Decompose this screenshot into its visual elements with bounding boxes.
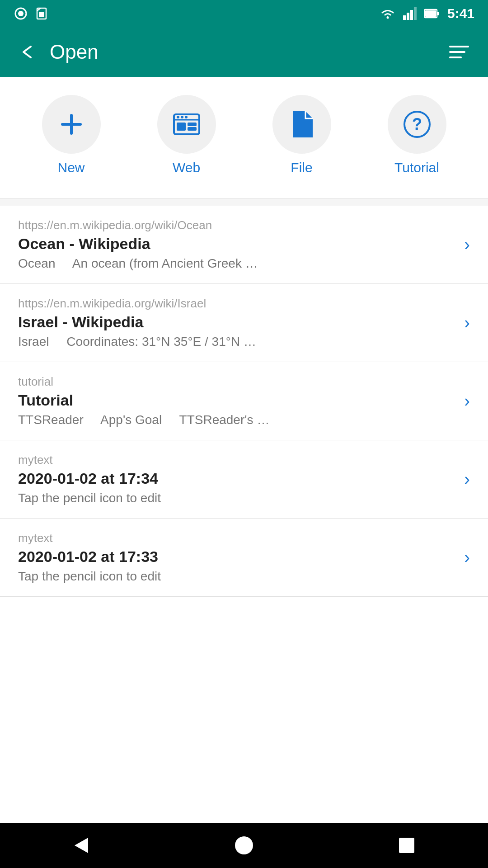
file-label: File bbox=[291, 160, 312, 175]
item-source: mytext bbox=[18, 531, 455, 545]
list-item[interactable]: https://en.m.wikipedia.org/wiki/Ocean Oc… bbox=[0, 206, 488, 284]
nav-recent-icon bbox=[395, 834, 418, 857]
svg-rect-29 bbox=[399, 838, 414, 853]
web-icon bbox=[172, 111, 201, 138]
svg-rect-21 bbox=[188, 127, 197, 131]
svg-rect-20 bbox=[188, 123, 197, 126]
svg-rect-19 bbox=[177, 123, 186, 131]
file-button[interactable]: File bbox=[272, 95, 331, 175]
file-circle bbox=[272, 95, 331, 154]
item-title: 2020-01-02 at 17:34 bbox=[18, 470, 455, 487]
item-source: mytext bbox=[18, 453, 455, 467]
new-button[interactable]: New bbox=[42, 95, 101, 175]
top-bar: Open bbox=[0, 27, 488, 77]
list-item-content: https://en.m.wikipedia.org/wiki/Israel I… bbox=[18, 297, 455, 349]
item-preview: Ocean An ocean (from Ancient Greek … bbox=[18, 256, 455, 271]
svg-marker-27 bbox=[75, 838, 88, 853]
web-label: Web bbox=[173, 160, 200, 175]
list-item-content: mytext 2020-01-02 at 17:34 Tap the penci… bbox=[18, 453, 455, 505]
nav-home-icon bbox=[233, 834, 255, 857]
battery-icon bbox=[424, 8, 440, 19]
svg-rect-3 bbox=[39, 12, 44, 17]
list-item[interactable]: mytext 2020-01-02 at 17:33 Tap the penci… bbox=[0, 519, 488, 597]
wifi-icon bbox=[380, 7, 396, 20]
chevron-right-icon: › bbox=[464, 392, 470, 411]
item-title: Israel - Wikipedia bbox=[18, 313, 455, 331]
item-title: Tutorial bbox=[18, 392, 455, 409]
web-button[interactable]: Web bbox=[157, 95, 216, 175]
svg-rect-11 bbox=[425, 10, 436, 17]
nav-recent-button[interactable] bbox=[395, 834, 418, 857]
filter-button[interactable] bbox=[448, 43, 470, 61]
svg-point-28 bbox=[235, 836, 253, 854]
svg-point-1 bbox=[18, 11, 23, 16]
status-bar-left-icons bbox=[14, 6, 49, 21]
new-label: New bbox=[57, 160, 84, 175]
svg-rect-10 bbox=[437, 12, 439, 15]
nav-home-button[interactable] bbox=[233, 834, 255, 857]
item-source: https://en.m.wikipedia.org/wiki/Ocean bbox=[18, 218, 455, 232]
list-item[interactable]: mytext 2020-01-02 at 17:34 Tap the penci… bbox=[0, 440, 488, 519]
item-source: https://en.m.wikipedia.org/wiki/Israel bbox=[18, 297, 455, 311]
status-bar-right-icons: 5:41 bbox=[380, 6, 474, 21]
chevron-right-icon: › bbox=[464, 548, 470, 567]
nav-back-icon bbox=[70, 834, 93, 857]
chevron-right-icon: › bbox=[464, 313, 470, 333]
item-title: 2020-01-02 at 17:33 bbox=[18, 548, 455, 566]
page-title: Open bbox=[50, 41, 99, 63]
top-bar-left: Open bbox=[18, 41, 99, 63]
tutorial-button[interactable]: ? Tutorial bbox=[388, 95, 446, 175]
svg-rect-7 bbox=[410, 10, 413, 20]
web-circle bbox=[157, 95, 216, 154]
filter-icon bbox=[448, 43, 470, 61]
item-source: tutorial bbox=[18, 375, 455, 389]
list-item[interactable]: tutorial Tutorial TTSReader App's Goal T… bbox=[0, 362, 488, 440]
tutorial-label: Tutorial bbox=[394, 160, 439, 175]
svg-point-4 bbox=[386, 17, 389, 19]
file-icon bbox=[289, 109, 314, 139]
bottom-nav bbox=[0, 823, 488, 868]
chevron-right-icon: › bbox=[464, 470, 470, 489]
sim-icon bbox=[34, 6, 49, 21]
help-icon: ? bbox=[403, 110, 432, 139]
back-button[interactable] bbox=[18, 43, 36, 61]
svg-rect-6 bbox=[407, 13, 409, 20]
list-item-content: https://en.m.wikipedia.org/wiki/Ocean Oc… bbox=[18, 218, 455, 271]
svg-rect-8 bbox=[414, 7, 417, 20]
nav-back-button[interactable] bbox=[70, 834, 93, 857]
svg-rect-5 bbox=[403, 15, 406, 20]
list-item-content: tutorial Tutorial TTSReader App's Goal T… bbox=[18, 375, 455, 427]
signal-icon bbox=[403, 7, 417, 20]
svg-point-23 bbox=[181, 116, 183, 118]
quick-actions: New Web File bbox=[0, 77, 488, 198]
item-preview: Tap the pencil icon to edit bbox=[18, 569, 455, 584]
chevron-right-icon: › bbox=[464, 235, 470, 255]
tutorial-circle: ? bbox=[388, 95, 446, 154]
status-bar: 5:41 bbox=[0, 0, 488, 27]
back-icon bbox=[18, 43, 36, 61]
list-container: https://en.m.wikipedia.org/wiki/Ocean Oc… bbox=[0, 206, 488, 823]
item-preview: Israel Coordinates: 31°N 35°E / 31°N … bbox=[18, 335, 455, 349]
svg-point-24 bbox=[185, 116, 188, 118]
item-preview: Tap the pencil icon to edit bbox=[18, 491, 455, 505]
status-time: 5:41 bbox=[447, 6, 474, 21]
item-title: Ocean - Wikipedia bbox=[18, 235, 455, 253]
circle-icon bbox=[14, 6, 28, 21]
svg-point-22 bbox=[177, 116, 179, 118]
list-item[interactable]: https://en.m.wikipedia.org/wiki/Israel I… bbox=[0, 284, 488, 362]
new-circle bbox=[42, 95, 101, 154]
svg-text:?: ? bbox=[412, 115, 422, 133]
item-preview: TTSReader App's Goal TTSReader's … bbox=[18, 413, 455, 427]
plus-icon bbox=[58, 111, 85, 138]
list-item-content: mytext 2020-01-02 at 17:33 Tap the penci… bbox=[18, 531, 455, 584]
